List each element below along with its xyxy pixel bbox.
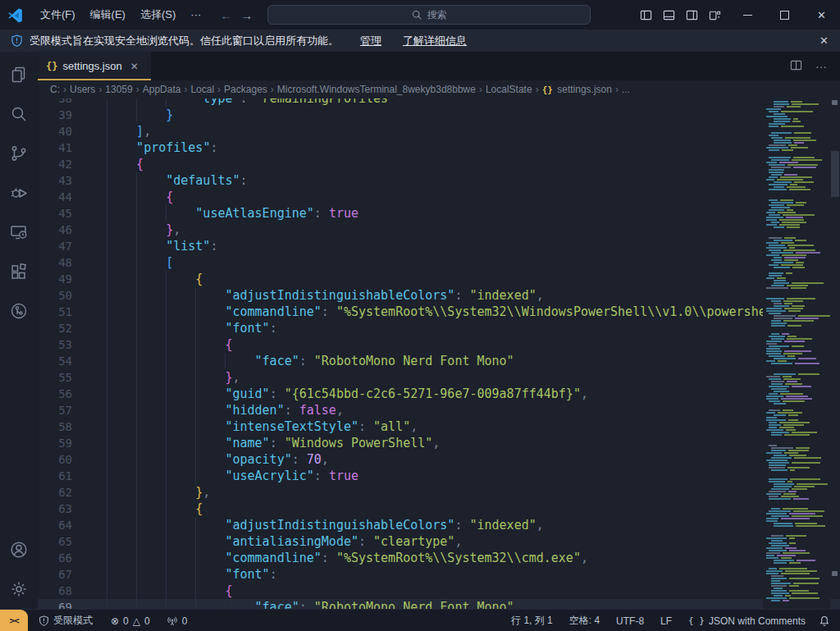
code-line[interactable]: 64"adjustIndistinguishableColors": "inde…: [38, 517, 840, 533]
code-line[interactable]: 63{: [38, 501, 840, 517]
breadcrumb-item[interactable]: ...: [622, 84, 630, 95]
code-line[interactable]: 41"profiles":: [38, 139, 840, 156]
menu-item-selection[interactable]: 选择(S): [133, 6, 183, 24]
breadcrumb-item[interactable]: Local: [190, 84, 214, 95]
line-number: 65: [38, 533, 72, 550]
line-content: {: [72, 156, 144, 172]
code-editor[interactable]: 38"type": "remainingProfiles"39}40],41"p…: [38, 98, 840, 609]
breadcrumb-item[interactable]: C:: [50, 84, 60, 95]
line-number: 62: [38, 484, 72, 501]
code-line[interactable]: 68{: [38, 583, 840, 599]
breadcrumb-item[interactable]: 13059: [105, 84, 132, 95]
menu-item-edit[interactable]: 编辑(E): [83, 6, 133, 24]
cursor-position[interactable]: 行 1, 列 1: [504, 610, 559, 631]
title-bar: 文件(F)编辑(E)选择(S)··· ← → 搜索 ✕: [0, 0, 840, 30]
code-line[interactable]: 60"opacity": 70,: [38, 451, 840, 468]
customize-layout-icon[interactable]: [709, 9, 721, 21]
breadcrumb-item[interactable]: Microsoft.WindowsTerminal_8wekyb3d8bbwe: [277, 84, 476, 95]
manage-link[interactable]: 管理: [360, 34, 381, 48]
indentation-status[interactable]: 空格: 4: [563, 610, 606, 631]
editor-more-actions-icon[interactable]: ···: [815, 60, 827, 73]
maximize-button[interactable]: [766, 0, 803, 30]
extensions-icon[interactable]: [0, 252, 38, 291]
split-editor-icon[interactable]: [790, 59, 802, 74]
menu-item-more[interactable]: ···: [183, 6, 208, 24]
banner-message: 受限模式旨在实现安全地浏览代码。信任此窗口以启用所有功能。: [30, 34, 339, 48]
language-mode[interactable]: { } JSON with Comments: [682, 610, 812, 631]
code-line[interactable]: 62},: [38, 484, 840, 501]
code-line[interactable]: 59"name": "Windows PowerShell",: [38, 435, 840, 451]
code-line[interactable]: 47"list":: [38, 238, 840, 254]
banner-close-icon[interactable]: ✕: [819, 34, 829, 47]
code-line[interactable]: 48[: [38, 254, 840, 271]
code-line[interactable]: 54"face": "RobotoMono Nerd Font Mono": [38, 353, 840, 369]
code-line[interactable]: 39}: [38, 107, 840, 123]
ports-status[interactable]: 0: [161, 610, 194, 631]
code-line[interactable]: 65"antialiasingMode": "cleartype",: [38, 533, 840, 550]
breadcrumb-item[interactable]: AppData: [143, 84, 181, 95]
remote-explorer-icon[interactable]: [0, 213, 38, 252]
accounts-icon[interactable]: [0, 530, 38, 569]
restricted-mode-status[interactable]: 受限模式: [33, 610, 98, 631]
back-arrow-icon[interactable]: ←: [220, 8, 232, 22]
problems-status[interactable]: ⊗ 0 △ 0: [105, 610, 156, 631]
close-window-button[interactable]: ✕: [803, 0, 840, 30]
code-line[interactable]: 50"adjustIndistinguishableColors": "inde…: [38, 287, 840, 304]
code-line[interactable]: 67"font":: [38, 566, 840, 583]
settings-gear-icon[interactable]: [0, 569, 38, 609]
line-number: 60: [38, 451, 72, 468]
code-line[interactable]: 45"useAtlasEngine": true: [38, 205, 840, 222]
code-line[interactable]: 51"commandline": "%SystemRoot%\\System32…: [38, 304, 840, 320]
search-placeholder: 搜索: [427, 8, 447, 22]
toggle-panel-icon[interactable]: [663, 9, 675, 21]
forward-arrow-icon[interactable]: →: [240, 8, 253, 22]
breadcrumb-item[interactable]: {} settings.json: [542, 84, 612, 95]
radio-tower-icon: [167, 615, 178, 627]
code-line[interactable]: 46},: [38, 222, 840, 238]
line-number: 48: [38, 254, 72, 271]
breadcrumb-item[interactable]: Packages: [224, 84, 267, 95]
breadcrumb-item[interactable]: LocalState: [486, 84, 532, 95]
code-line[interactable]: 38"type": "remainingProfiles": [38, 98, 840, 107]
remote-indicator[interactable]: ><: [0, 610, 28, 631]
toggle-sidebar-icon[interactable]: [640, 9, 652, 21]
code-line[interactable]: 66"commandline": "%SystemRoot%\\System32…: [38, 550, 840, 566]
breadcrumb-separator: ›: [63, 84, 66, 95]
encoding-status[interactable]: UTF-8: [609, 610, 651, 631]
code-line[interactable]: 69"face": "RobotoMono Nerd Font Mono": [38, 599, 840, 609]
line-content: "adjustIndistinguishableColors": "indexe…: [72, 287, 544, 304]
explorer-icon[interactable]: [0, 55, 38, 94]
code-line[interactable]: 55},: [38, 369, 840, 386]
gitlens-icon[interactable]: [0, 291, 38, 331]
learn-more-link[interactable]: 了解详细信息: [403, 34, 467, 48]
minimap[interactable]: [763, 98, 830, 609]
scrollbar-thumb[interactable]: [831, 151, 839, 197]
source-control-icon[interactable]: [0, 134, 38, 173]
toggle-secondary-sidebar-icon[interactable]: [686, 9, 698, 21]
line-number: 51: [38, 304, 72, 320]
code-line[interactable]: 40],: [38, 123, 840, 139]
code-line[interactable]: 42{: [38, 156, 840, 172]
code-line[interactable]: 43"defaults":: [38, 172, 840, 189]
breadcrumb-item[interactable]: Users: [70, 84, 95, 95]
minimize-button[interactable]: [729, 0, 766, 30]
code-line[interactable]: 56"guid": "{61c54bbd-c2c6-5271-96e7-009a…: [38, 386, 840, 402]
search-sidebar-icon[interactable]: [0, 94, 38, 134]
eol-status[interactable]: LF: [654, 610, 678, 631]
code-line[interactable]: 52"font":: [38, 320, 840, 336]
code-line[interactable]: 58"intenseTextStyle": "all",: [38, 418, 840, 435]
menu-item-file[interactable]: 文件(F): [33, 6, 83, 24]
tab-settings-json[interactable]: {} settings.json ✕: [38, 52, 151, 80]
tab-close-icon[interactable]: ✕: [130, 61, 139, 72]
search-input[interactable]: 搜索: [267, 5, 591, 25]
vertical-scrollbar[interactable]: [830, 98, 840, 609]
code-line[interactable]: 49{: [38, 271, 840, 287]
history-nav: ← →: [220, 8, 253, 22]
layout-controls: [640, 9, 721, 21]
code-line[interactable]: 53{: [38, 336, 840, 353]
code-line[interactable]: 61"useAcrylic": true: [38, 468, 840, 484]
notifications-bell-icon[interactable]: [815, 610, 833, 631]
code-line[interactable]: 44{: [38, 189, 840, 205]
run-debug-icon[interactable]: [0, 173, 38, 213]
code-line[interactable]: 57"hidden": false,: [38, 402, 840, 418]
